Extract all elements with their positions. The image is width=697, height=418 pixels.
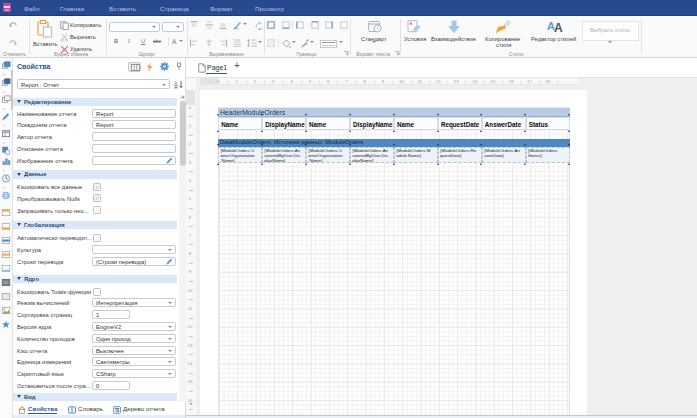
svg-text:Я: Я [174, 84, 178, 89]
svg-text:A: A [554, 21, 563, 33]
